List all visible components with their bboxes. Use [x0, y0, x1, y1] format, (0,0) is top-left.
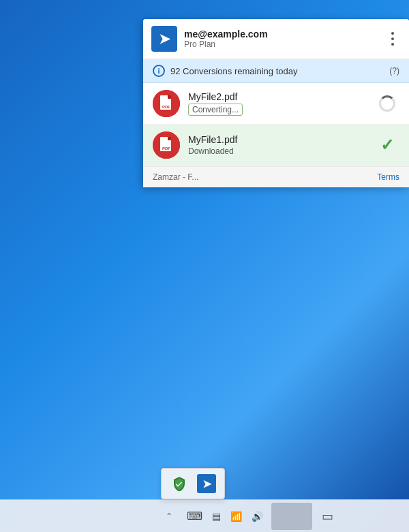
- popup-header: ➤ me@example.com Pro Plan: [143, 19, 409, 59]
- menu-dot-1: [391, 32, 394, 35]
- user-plan: Pro Plan: [184, 40, 384, 49]
- zamzar-logo: ➤: [151, 26, 177, 52]
- chevron-up-icon: ⌃: [163, 509, 175, 524]
- file-status-converting: Converting...: [188, 104, 243, 116]
- app-name-text: Zamzar - F...: [153, 172, 198, 182]
- svg-text:PDF: PDF: [162, 105, 170, 109]
- popup-footer: Zamzar - F... Terms: [143, 166, 409, 187]
- file-info-myfile2: MyFile2.pdf Converting...: [188, 91, 375, 116]
- zamzar-popup-window: ➤ me@example.com Pro Plan i 92 Conversio…: [143, 19, 409, 187]
- checkmark-icon: ✓: [380, 136, 394, 155]
- network-icon[interactable]: 📶: [228, 510, 245, 523]
- shield-icon-svg: [171, 475, 187, 492]
- show-desktop-button[interactable]: ▭: [315, 504, 339, 529]
- conversions-remaining-text: 92 Conversions remaining today: [170, 66, 384, 76]
- pdf-file-svg: PDF: [153, 90, 180, 117]
- taskbar: ⌃ ⌨ ▤ 📶 🔊 ▭: [0, 499, 409, 532]
- info-icon: i: [153, 65, 165, 77]
- svg-rect-8: [168, 137, 171, 140]
- show-hidden-icons-button[interactable]: ⌃: [157, 504, 181, 529]
- file-list: PDF MyFile2.pdf Converting... PDF: [143, 83, 409, 166]
- device-icon[interactable]: ▤: [209, 510, 224, 523]
- file-info-myfile1: MyFile1.pdf Downloaded: [188, 134, 375, 156]
- tray-popup: ➤: [161, 468, 225, 499]
- file-name-myfile2: MyFile2.pdf: [188, 91, 375, 102]
- menu-dot-2: [391, 37, 394, 40]
- pdf-file-svg-2: PDF: [153, 131, 180, 159]
- desktop-icon: ▭: [322, 509, 333, 524]
- file-item-converting: PDF MyFile2.pdf Converting...: [143, 83, 409, 125]
- logo-arrow-icon: ➤: [159, 31, 170, 47]
- file-status-downloaded: Downloaded: [188, 146, 375, 156]
- menu-dot-3: [391, 43, 394, 46]
- file-item-downloaded: PDF MyFile1.pdf Downloaded ✓: [143, 125, 409, 166]
- volume-icon[interactable]: 🔊: [249, 510, 266, 523]
- file-action-spinner: [375, 91, 399, 116]
- keyboard-icon[interactable]: ⌨: [184, 508, 205, 524]
- zamzar-arrow-box: ➤: [197, 474, 216, 493]
- svg-rect-3: [168, 95, 171, 99]
- file-action-check: ✓: [375, 133, 399, 157]
- user-info: me@example.com Pro Plan: [184, 29, 384, 49]
- file-icon-myfile2: PDF: [153, 90, 180, 117]
- terms-link[interactable]: Terms: [377, 172, 399, 182]
- file-name-myfile1: MyFile1.pdf: [188, 134, 375, 145]
- menu-button[interactable]: [384, 28, 401, 50]
- zamzar-arrow-symbol: ➤: [202, 478, 211, 490]
- loading-spinner: [379, 95, 395, 112]
- file-icon-myfile1: PDF: [153, 131, 180, 159]
- help-icon[interactable]: (?): [389, 66, 399, 76]
- system-clock[interactable]: [271, 503, 312, 530]
- user-email: me@example.com: [184, 29, 384, 40]
- svg-text:PDF: PDF: [162, 146, 170, 151]
- system-tray-icons: ⌨ ▤ 📶 🔊: [184, 508, 266, 524]
- zamzar-tray-icon[interactable]: ➤: [196, 473, 217, 495]
- info-bar: i 92 Conversions remaining today (?): [143, 59, 409, 83]
- shield-tray-icon[interactable]: [168, 473, 190, 495]
